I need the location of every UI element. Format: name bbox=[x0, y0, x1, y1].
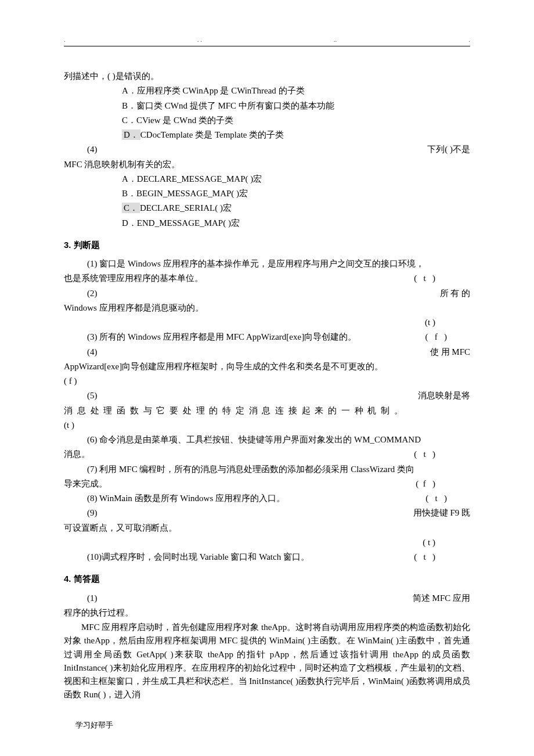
answer-paragraph: MFC 应用程序启动时，首先创建应用程序对象 theApp。这时将自动调用应用程… bbox=[64, 621, 470, 702]
judge-2: (2) 所 有 的 bbox=[64, 287, 470, 300]
header-dot: . bbox=[468, 35, 470, 45]
judge-4-number: (4) bbox=[64, 345, 98, 359]
section-4-title: 4. 简答题 bbox=[64, 572, 470, 585]
judge-8-mark: ( t ) bbox=[425, 492, 470, 505]
judge-6-line2: 消息。 ( t ) bbox=[64, 448, 470, 461]
judge-8: (8) WinMain 函数是所有 Windows 应用程序的入口。 ( t ) bbox=[64, 492, 470, 505]
option-c: C．CView 是 CWnd 类的子类 bbox=[64, 114, 470, 127]
page-header: . . . .. . bbox=[64, 35, 470, 46]
judge-9-cont: 可设置断点，又可取消断点。 bbox=[64, 521, 470, 535]
judge-4-tail: 使 用 MFC bbox=[430, 345, 470, 359]
short-answer-1: (1) 简述 MFC 应用 bbox=[64, 592, 470, 605]
header-dot: .. bbox=[334, 35, 337, 45]
judge-2-cont: Windows 应用程序都是消息驱动的。 bbox=[64, 301, 470, 315]
option-d-label: D． bbox=[122, 129, 140, 140]
judge-7-mark: ( f ) bbox=[416, 477, 470, 491]
judge-9: (9) 用快捷键 F9 既 bbox=[64, 506, 470, 520]
question-4-tail: 下列( )不是 bbox=[427, 143, 470, 156]
option-d: D．CDocTemplate 类是 Template 类的子类 bbox=[64, 128, 470, 142]
option-d: D．END_MESSAGE_MAP( )宏 bbox=[64, 217, 470, 230]
short-answer-1-number: (1) bbox=[64, 592, 98, 605]
judge-9-number: (9) bbox=[64, 506, 98, 520]
judge-6-mark: ( t ) bbox=[414, 448, 470, 461]
option-b: B．窗口类 CWnd 提供了 MFC 中所有窗口类的基本功能 bbox=[64, 99, 470, 113]
option-c-label: C． bbox=[122, 203, 140, 213]
short-answer-1-tail: 简述 MFC 应用 bbox=[413, 592, 470, 605]
judge-5: (5) 消息映射是将 bbox=[64, 389, 470, 402]
judge-5-cont: 消 息 处 理 函 数 与 它 要 处 理 的 特 定 消 息 连 接 起 来 … bbox=[64, 404, 470, 417]
judge-2-mark: (t ) bbox=[64, 316, 470, 329]
option-a: A．DECLARE_MESSAGE_MAP( )宏 bbox=[64, 172, 470, 186]
judge-7-line2: 导来完成。 ( f ) bbox=[64, 477, 470, 491]
question-4-cont: MFC 消息映射机制有关的宏。 bbox=[64, 158, 470, 171]
judge-7-line1: (7) 利用 MFC 编程时，所有的消息与消息处理函数的添加都必须采用 Clas… bbox=[64, 463, 470, 476]
question-4: (4) 下列( )不是 bbox=[64, 143, 470, 156]
page-footer: 学习好帮手 bbox=[64, 719, 470, 731]
judge-3-text: (3) 所有的 Windows 应用程序都是用 MFC AppWizard[ex… bbox=[64, 330, 425, 344]
header-dot: . . bbox=[197, 35, 202, 45]
question-4-number: (4) bbox=[64, 143, 98, 156]
judge-1-line2: 也是系统管理应用程序的基本单位。 ( t ) bbox=[64, 272, 470, 285]
judge-2-tail: 所 有 的 bbox=[440, 287, 471, 300]
judge-9-mark: ( t ) bbox=[64, 536, 470, 549]
judge-4: (4) 使 用 MFC bbox=[64, 345, 470, 359]
judge-8-text: (8) WinMain 函数是所有 Windows 应用程序的入口。 bbox=[64, 492, 425, 505]
judge-5-tail: 消息映射是将 bbox=[418, 389, 470, 402]
judge-6-line1: (6) 命令消息是由菜单项、工具栏按钮、快捷键等用户界面对象发出的 WM_COM… bbox=[64, 433, 470, 447]
option-a: A．应用程序类 CWinApp 是 CWinThread 的子类 bbox=[64, 84, 470, 98]
judge-6-text: 消息。 bbox=[64, 448, 414, 461]
judge-1-text: 也是系统管理应用程序的基本单位。 bbox=[64, 272, 414, 285]
judge-10-mark: ( t ) bbox=[414, 550, 470, 564]
short-answer-1-cont: 程序的执行过程。 bbox=[64, 606, 470, 620]
judge-3-mark: ( f ) bbox=[425, 330, 471, 344]
document-body: 列描述中，( )是错误的。 A．应用程序类 CWinApp 是 CWinThre… bbox=[64, 70, 470, 702]
judge-2-number: (2) bbox=[64, 287, 98, 300]
judge-9-tail: 用快捷键 F9 既 bbox=[413, 506, 470, 520]
judge-4-cont: AppWizard[exe]向导创建应用程序框架时，向导生成的文件名和类名是不可… bbox=[64, 360, 470, 373]
header-dot: . bbox=[64, 35, 66, 45]
judge-10: (10)调式程序时，会同时出现 Variable 窗口和 Watch 窗口。 (… bbox=[64, 550, 470, 564]
judge-3: (3) 所有的 Windows 应用程序都是用 MFC AppWizard[ex… bbox=[64, 330, 470, 344]
option-d-text: CDocTemplate 类是 Template 类的子类 bbox=[140, 130, 284, 139]
judge-5-mark: (t ) bbox=[64, 419, 470, 432]
option-b: B．BEGIN_MESSAGE_MAP( )宏 bbox=[64, 187, 470, 200]
judge-1-line1: (1) 窗口是 Windows 应用程序的基本操作单元，是应用程序与用户之间交互… bbox=[64, 257, 470, 271]
judge-7-text: 导来完成。 bbox=[64, 477, 416, 491]
section-3-title: 3. 判断题 bbox=[64, 238, 470, 251]
option-c-text: DECLARE_SERIAL( )宏 bbox=[140, 203, 232, 213]
question-3-intro: 列描述中，( )是错误的。 bbox=[64, 70, 470, 83]
option-c: C．DECLARE_SERIAL( )宏 bbox=[64, 201, 470, 215]
judge-5-number: (5) bbox=[64, 389, 98, 402]
judge-10-text: (10)调式程序时，会同时出现 Variable 窗口和 Watch 窗口。 bbox=[64, 550, 414, 564]
judge-4-mark: ( f ) bbox=[64, 375, 470, 388]
judge-1-mark: ( t ) bbox=[414, 272, 470, 285]
